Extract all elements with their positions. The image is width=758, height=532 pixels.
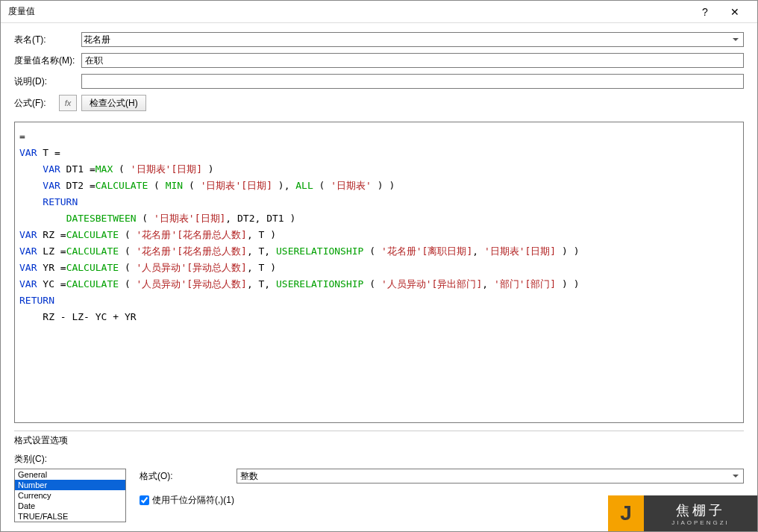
table-name-select[interactable]: 花名册 bbox=[81, 32, 744, 47]
format-options-label: 格式设置选项 bbox=[14, 434, 744, 447]
dialog-content: 表名(T): 花名册 度量值名称(M): 说明(D): 公式(F): fx 检查… bbox=[1, 23, 757, 531]
thousand-separator-checkbox[interactable] bbox=[140, 495, 149, 505]
close-button[interactable]: ✕ bbox=[720, 1, 750, 23]
category-item[interactable]: General bbox=[15, 469, 125, 480]
measure-name-input[interactable] bbox=[81, 53, 744, 68]
watermark-logo: J 焦棚子 JIAOPENGZI bbox=[608, 495, 757, 531]
category-item[interactable]: TRUE/FALSE bbox=[15, 511, 125, 522]
formula-label: 公式(F): bbox=[14, 97, 59, 110]
description-label: 说明(D): bbox=[14, 75, 81, 88]
logo-cn-text: 焦棚子 bbox=[644, 501, 757, 519]
logo-icon: J bbox=[608, 495, 644, 531]
window-title: 度量值 bbox=[8, 5, 690, 18]
formula-editor[interactable]: =VAR T = VAR DT1 =MAX ( '日期表'[日期] ) VAR … bbox=[14, 122, 744, 423]
category-listbox[interactable]: GeneralNumberCurrencyDateTRUE/FALSE bbox=[14, 469, 126, 522]
table-name-label: 表名(T): bbox=[14, 34, 81, 46]
help-button[interactable]: ? bbox=[690, 1, 720, 23]
format-select[interactable]: 整数 bbox=[237, 469, 744, 484]
fx-button[interactable]: fx bbox=[59, 95, 77, 111]
measure-name-label: 度量值名称(M): bbox=[14, 54, 81, 67]
category-item[interactable]: Number bbox=[15, 480, 125, 490]
check-formula-button[interactable]: 检查公式(H) bbox=[81, 95, 146, 111]
titlebar: 度量值 ? ✕ bbox=[1, 1, 757, 23]
category-item[interactable]: Currency bbox=[15, 490, 125, 501]
category-item[interactable]: Date bbox=[15, 501, 125, 511]
format-label: 格式(O): bbox=[140, 470, 237, 483]
description-input[interactable] bbox=[81, 74, 744, 89]
thousand-separator-label[interactable]: 使用千位分隔符(,)(1) bbox=[152, 494, 234, 507]
logo-en-text: JIAOPENGZI bbox=[644, 519, 757, 526]
dialog-window: 度量值 ? ✕ 表名(T): 花名册 度量值名称(M): 说明(D): 公式(F… bbox=[0, 0, 758, 532]
category-label: 类别(C): bbox=[14, 453, 744, 466]
